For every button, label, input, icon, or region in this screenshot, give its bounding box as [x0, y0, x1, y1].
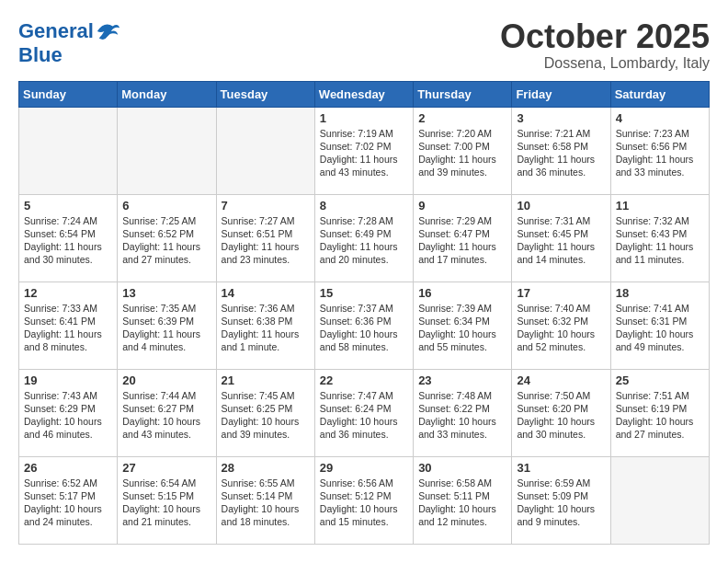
- calendar-cell: 2Sunrise: 7:20 AMSunset: 7:00 PMDaylight…: [414, 107, 512, 194]
- logo-text: General: [18, 20, 94, 42]
- day-info: Sunrise: 7:23 AMSunset: 6:56 PMDaylight:…: [616, 127, 704, 179]
- logo: General Blue: [18, 18, 121, 66]
- calendar-cell: 31Sunrise: 6:59 AMSunset: 5:09 PMDayligh…: [512, 456, 610, 544]
- day-number: 14: [222, 286, 310, 300]
- day-info: Sunrise: 7:37 AMSunset: 6:36 PMDaylight:…: [320, 302, 408, 354]
- calendar-cell: 14Sunrise: 7:36 AMSunset: 6:38 PMDayligh…: [216, 282, 314, 369]
- day-info: Sunrise: 7:20 AMSunset: 7:00 PMDaylight:…: [418, 127, 506, 179]
- day-number: 18: [616, 286, 704, 300]
- day-number: 6: [122, 199, 210, 213]
- calendar-cell: 20Sunrise: 7:44 AMSunset: 6:27 PMDayligh…: [118, 369, 216, 456]
- location: Dossena, Lombardy, Italy: [500, 55, 710, 72]
- calendar-week-row: 5Sunrise: 7:24 AMSunset: 6:54 PMDaylight…: [19, 194, 710, 282]
- day-info: Sunrise: 6:52 AMSunset: 5:17 PMDaylight:…: [24, 477, 112, 529]
- logo-general: General: [18, 19, 94, 42]
- day-number: 26: [24, 461, 112, 475]
- calendar-cell: 24Sunrise: 7:50 AMSunset: 6:20 PMDayligh…: [512, 369, 610, 456]
- day-number: 25: [616, 373, 704, 387]
- day-number: 17: [517, 286, 605, 300]
- calendar-cell: 29Sunrise: 6:56 AMSunset: 5:12 PMDayligh…: [314, 456, 413, 544]
- day-info: Sunrise: 6:54 AMSunset: 5:15 PMDaylight:…: [122, 477, 210, 529]
- calendar-cell: 23Sunrise: 7:48 AMSunset: 6:22 PMDayligh…: [414, 369, 512, 456]
- calendar-week-row: 12Sunrise: 7:33 AMSunset: 6:41 PMDayligh…: [19, 282, 710, 369]
- calendar-cell: 19Sunrise: 7:43 AMSunset: 6:29 PMDayligh…: [19, 369, 118, 456]
- calendar-cell: 17Sunrise: 7:40 AMSunset: 6:32 PMDayligh…: [512, 282, 610, 369]
- day-info: Sunrise: 7:44 AMSunset: 6:27 PMDaylight:…: [122, 389, 210, 442]
- day-info: Sunrise: 7:33 AMSunset: 6:41 PMDaylight:…: [24, 302, 112, 354]
- day-info: Sunrise: 7:35 AMSunset: 6:39 PMDaylight:…: [122, 302, 210, 354]
- day-info: Sunrise: 7:39 AMSunset: 6:34 PMDaylight:…: [418, 302, 506, 354]
- day-number: 9: [418, 199, 506, 213]
- day-number: 23: [418, 373, 506, 387]
- calendar-cell: [118, 107, 216, 194]
- day-info: Sunrise: 7:27 AMSunset: 6:51 PMDaylight:…: [222, 214, 310, 267]
- calendar-cell: 25Sunrise: 7:51 AMSunset: 6:19 PMDayligh…: [610, 369, 709, 456]
- day-number: 22: [320, 373, 408, 387]
- weekday-header-thursday: Thursday: [414, 81, 512, 107]
- day-info: Sunrise: 7:48 AMSunset: 6:22 PMDaylight:…: [418, 389, 506, 442]
- weekday-header-saturday: Saturday: [610, 81, 709, 107]
- weekday-header-monday: Monday: [118, 81, 216, 107]
- day-info: Sunrise: 7:29 AMSunset: 6:47 PMDaylight:…: [418, 214, 506, 267]
- day-number: 27: [122, 461, 210, 475]
- day-info: Sunrise: 7:43 AMSunset: 6:29 PMDaylight:…: [24, 389, 112, 442]
- weekday-header-tuesday: Tuesday: [216, 81, 314, 107]
- calendar-week-row: 26Sunrise: 6:52 AMSunset: 5:17 PMDayligh…: [19, 456, 710, 544]
- weekday-header-row: SundayMondayTuesdayWednesdayThursdayFrid…: [19, 81, 710, 107]
- calendar-cell: 21Sunrise: 7:45 AMSunset: 6:25 PMDayligh…: [216, 369, 314, 456]
- day-info: Sunrise: 7:24 AMSunset: 6:54 PMDaylight:…: [24, 214, 112, 267]
- calendar-cell: 3Sunrise: 7:21 AMSunset: 6:58 PMDaylight…: [512, 107, 610, 194]
- day-number: 12: [24, 286, 112, 300]
- day-number: 1: [320, 111, 408, 125]
- calendar-cell: 13Sunrise: 7:35 AMSunset: 6:39 PMDayligh…: [118, 282, 216, 369]
- calendar-cell: [19, 107, 118, 194]
- day-info: Sunrise: 7:41 AMSunset: 6:31 PMDaylight:…: [616, 302, 704, 354]
- day-number: 31: [517, 461, 605, 475]
- calendar-cell: 5Sunrise: 7:24 AMSunset: 6:54 PMDaylight…: [19, 194, 118, 282]
- day-info: Sunrise: 7:32 AMSunset: 6:43 PMDaylight:…: [616, 214, 704, 267]
- calendar-cell: 28Sunrise: 6:55 AMSunset: 5:14 PMDayligh…: [216, 456, 314, 544]
- weekday-header-wednesday: Wednesday: [314, 81, 413, 107]
- day-info: Sunrise: 7:51 AMSunset: 6:19 PMDaylight:…: [616, 389, 704, 442]
- title-area: October 2025 Dossena, Lombardy, Italy: [500, 18, 710, 72]
- day-number: 30: [418, 461, 506, 475]
- day-info: Sunrise: 6:59 AMSunset: 5:09 PMDaylight:…: [517, 477, 605, 529]
- day-number: 21: [222, 373, 310, 387]
- day-number: 2: [418, 111, 506, 125]
- day-info: Sunrise: 7:31 AMSunset: 6:45 PMDaylight:…: [517, 214, 605, 267]
- day-number: 4: [616, 111, 704, 125]
- calendar-cell: 30Sunrise: 6:58 AMSunset: 5:11 PMDayligh…: [414, 456, 512, 544]
- day-info: Sunrise: 7:19 AMSunset: 7:02 PMDaylight:…: [320, 127, 408, 179]
- day-number: 11: [616, 199, 704, 213]
- calendar-cell: [216, 107, 314, 194]
- day-info: Sunrise: 6:56 AMSunset: 5:12 PMDaylight:…: [320, 477, 408, 529]
- day-info: Sunrise: 7:45 AMSunset: 6:25 PMDaylight:…: [222, 389, 310, 442]
- calendar-cell: 1Sunrise: 7:19 AMSunset: 7:02 PMDaylight…: [314, 107, 413, 194]
- calendar-cell: 12Sunrise: 7:33 AMSunset: 6:41 PMDayligh…: [19, 282, 118, 369]
- calendar-cell: 27Sunrise: 6:54 AMSunset: 5:15 PMDayligh…: [118, 456, 216, 544]
- day-number: 13: [122, 286, 210, 300]
- day-number: 15: [320, 286, 408, 300]
- calendar-cell: [610, 456, 709, 544]
- calendar-week-row: 1Sunrise: 7:19 AMSunset: 7:02 PMDaylight…: [19, 107, 710, 194]
- calendar-cell: 7Sunrise: 7:27 AMSunset: 6:51 PMDaylight…: [216, 194, 314, 282]
- calendar-cell: 26Sunrise: 6:52 AMSunset: 5:17 PMDayligh…: [19, 456, 118, 544]
- day-info: Sunrise: 7:28 AMSunset: 6:49 PMDaylight:…: [320, 214, 408, 267]
- day-number: 24: [517, 373, 605, 387]
- calendar-cell: 8Sunrise: 7:28 AMSunset: 6:49 PMDaylight…: [314, 194, 413, 282]
- calendar-cell: 15Sunrise: 7:37 AMSunset: 6:36 PMDayligh…: [314, 282, 413, 369]
- day-number: 20: [122, 373, 210, 387]
- calendar-cell: 6Sunrise: 7:25 AMSunset: 6:52 PMDaylight…: [118, 194, 216, 282]
- day-info: Sunrise: 6:58 AMSunset: 5:11 PMDaylight:…: [418, 477, 506, 529]
- logo-bird-icon: [96, 18, 121, 44]
- day-info: Sunrise: 7:36 AMSunset: 6:38 PMDaylight:…: [222, 302, 310, 354]
- day-number: 7: [222, 199, 310, 213]
- day-number: 29: [320, 461, 408, 475]
- calendar-cell: 18Sunrise: 7:41 AMSunset: 6:31 PMDayligh…: [610, 282, 709, 369]
- day-info: Sunrise: 7:50 AMSunset: 6:20 PMDaylight:…: [517, 389, 605, 442]
- calendar-cell: 16Sunrise: 7:39 AMSunset: 6:34 PMDayligh…: [414, 282, 512, 369]
- calendar-cell: 10Sunrise: 7:31 AMSunset: 6:45 PMDayligh…: [512, 194, 610, 282]
- day-info: Sunrise: 7:40 AMSunset: 6:32 PMDaylight:…: [517, 302, 605, 354]
- calendar-week-row: 19Sunrise: 7:43 AMSunset: 6:29 PMDayligh…: [19, 369, 710, 456]
- calendar-cell: 4Sunrise: 7:23 AMSunset: 6:56 PMDaylight…: [610, 107, 709, 194]
